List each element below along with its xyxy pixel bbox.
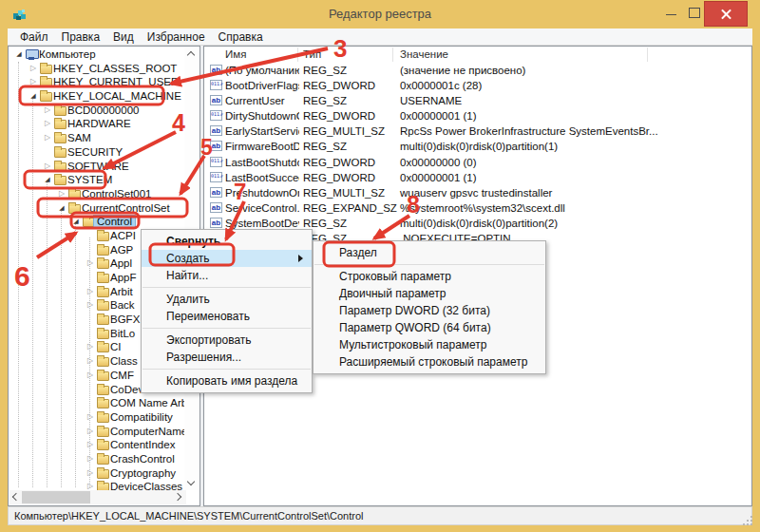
submenu-item[interactable]: Раздел	[314, 244, 545, 261]
tree-item[interactable]: ▷HARDWARE	[10, 117, 186, 131]
column-separator[interactable]	[647, 48, 648, 62]
column-header-name[interactable]: Имя	[225, 47, 246, 63]
submenu-item[interactable]: Двоичный параметр	[314, 285, 545, 302]
expander-collapsed-icon[interactable]: ▷	[42, 117, 53, 131]
tree-item[interactable]: ▷Compatibility	[10, 410, 186, 425]
column-separator[interactable]	[297, 48, 298, 62]
expander-collapsed-icon[interactable]: ▷	[85, 410, 96, 425]
tree-horizontal-scrollbar[interactable]	[10, 490, 186, 504]
submenu-item[interactable]: Строковый параметр	[314, 268, 545, 285]
expander-expanded-icon[interactable]: ◢	[28, 89, 39, 104]
scroll-down-icon[interactable]	[187, 478, 195, 485]
tree-item[interactable]: ▷BCD00000000	[10, 104, 186, 118]
value-data: 0x0000001c (28)	[400, 78, 482, 93]
registry-value-row[interactable]: EarlyStartServicesREG_MULTI_SZRpcSs Powe…	[204, 124, 751, 139]
expander-collapsed-icon[interactable]: ▷	[42, 104, 53, 118]
tree-item-label: HKEY_CLASSES_ROOT	[50, 62, 180, 76]
tree-item[interactable]: ◢Компьютер	[10, 48, 186, 62]
tree-item[interactable]: ▷ContentIndex	[10, 438, 186, 452]
expander-collapsed-icon[interactable]: ▷	[85, 369, 96, 383]
registry-value-row[interactable]: DirtyShutdownC...REG_DWORD0x00000001 (1)	[204, 108, 751, 124]
submenu-item[interactable]: Параметр DWORD (32 бита)	[314, 302, 545, 319]
scrollbar-thumb[interactable]	[22, 491, 90, 504]
column-header-value[interactable]: Значение	[400, 47, 448, 63]
expander-collapsed-icon[interactable]: ▷	[85, 256, 96, 271]
expander-collapsed-icon[interactable]: ▷	[56, 187, 67, 201]
tree-item-label: ComputerName	[107, 425, 186, 439]
menu-bar-item[interactable]: Избранное	[141, 28, 212, 46]
value-type: REG_EXPAND_SZ	[303, 200, 397, 216]
string-value-icon	[210, 202, 222, 213]
expander-expanded-icon[interactable]: ◢	[42, 173, 53, 187]
registry-value-row[interactable]: FirmwareBootD...REG_SZmulti(0)disk(0)rdi…	[204, 139, 751, 154]
tree-item[interactable]: ▷SAM	[10, 131, 186, 145]
tree-item[interactable]: ◢CurrentControlSet	[10, 201, 186, 216]
registry-value-row[interactable]: ServiceControl...REG_EXPAND_SZ%systemroo…	[204, 200, 751, 216]
close-button[interactable]	[704, 1, 748, 27]
expander-collapsed-icon[interactable]: ▷	[85, 438, 96, 452]
resize-grip-icon[interactable]	[747, 520, 749, 522]
tree-item-label: HARDWARE	[65, 117, 134, 131]
menu-bar-item[interactable]: Правка	[55, 28, 107, 46]
menu-bar-item[interactable]: Файл	[13, 28, 55, 46]
context-menu-item[interactable]: Найти...	[142, 267, 312, 284]
tree-item-label: Compatibility	[107, 410, 176, 425]
context-menu-item[interactable]: Переименовать	[142, 308, 312, 325]
context-menu-item[interactable]: Свернуть	[142, 233, 312, 250]
tree-item[interactable]: ▷DeviceClasses	[10, 480, 186, 490]
scroll-right-icon[interactable]	[174, 493, 181, 501]
tree-item[interactable]: ▷CrashControl	[10, 452, 186, 466]
column-separator[interactable]	[392, 48, 393, 62]
submenu-item[interactable]: Расширяемый строковый параметр	[314, 353, 545, 370]
scroll-up-icon[interactable]	[187, 51, 195, 59]
registry-value-row[interactable]: LastBootSuccee...REG_DWORD0x00000001 (1)	[204, 170, 751, 185]
tree-item[interactable]: ▷SOFTWARE	[10, 160, 186, 174]
tree-item[interactable]: SECURITY	[10, 145, 186, 160]
expander-collapsed-icon[interactable]: ▷	[85, 285, 96, 299]
tree-item[interactable]: ◢HKEY_LOCAL_MACHINE	[10, 89, 186, 104]
registry-value-row[interactable]: CurrentUserREG_SZUSERNAME	[204, 93, 751, 108]
expander-collapsed-icon[interactable]: ▷	[85, 425, 96, 439]
menu-bar-item[interactable]: Справка	[212, 28, 270, 46]
expander-expanded-icon[interactable]: ◢	[56, 201, 67, 216]
context-menu-item[interactable]: Удалить	[142, 291, 312, 308]
expander-collapsed-icon[interactable]: ▷	[42, 160, 53, 174]
expander-expanded-icon[interactable]: ◢	[13, 48, 25, 62]
minimize-button[interactable]	[661, 6, 682, 23]
tree-item[interactable]: ▷HKEY_CURRENT_USER	[10, 75, 186, 89]
expander-collapsed-icon[interactable]: ▷	[85, 452, 96, 466]
expander-collapsed-icon[interactable]: ▷	[42, 131, 53, 145]
submenu-item[interactable]: Мультистроковый параметр	[314, 336, 545, 353]
expander-collapsed-icon[interactable]: ▷	[85, 354, 96, 369]
registry-value-row[interactable]: LastBootShutdo...REG_DWORD0x00000000 (0)	[204, 155, 751, 170]
maximize-icon	[689, 8, 700, 18]
value-data: 0x00000001 (1)	[400, 170, 477, 185]
context-menu-item[interactable]: Создать	[142, 250, 312, 267]
expander-collapsed-icon[interactable]: ▷	[28, 75, 39, 89]
tree-item-label: CurrentControlSet	[79, 201, 173, 216]
tree-item[interactable]: ◢Control	[10, 215, 186, 229]
registry-value-row[interactable]: BootDriverFlagsREG_DWORD0x0000001c (28)	[204, 78, 751, 93]
registry-value-row[interactable]: (По умолчанию)REG_SZ(значение не присвое…	[204, 63, 751, 78]
column-header-type[interactable]: Тип	[303, 47, 321, 63]
tree-item[interactable]: COM Name Arbi	[10, 396, 186, 410]
context-menu-item[interactable]: Экспортировать	[142, 332, 312, 349]
scroll-left-icon[interactable]	[12, 493, 20, 501]
expander-collapsed-icon[interactable]: ▷	[85, 480, 96, 490]
submenu-item[interactable]: Параметр QWORD (64 бита)	[314, 319, 545, 336]
tree-item[interactable]: ◢SYSTEM	[10, 173, 186, 187]
expander-collapsed-icon[interactable]: ▷	[85, 298, 96, 313]
registry-value-row[interactable]: PreshutdownOr...REG_MULTI_SZwuauserv gps…	[204, 185, 751, 200]
expander-collapsed-icon[interactable]: ▷	[85, 466, 96, 481]
expander-collapsed-icon[interactable]: ▷	[85, 340, 96, 354]
tree-item[interactable]: ▷ControlSet001	[10, 187, 186, 201]
tree-item[interactable]: ▷ComputerName	[10, 425, 186, 439]
tree-item[interactable]: ▷Cryptography	[10, 466, 186, 481]
context-menu-item[interactable]: Разрешения...	[142, 349, 312, 366]
tree-item[interactable]: ▷HKEY_CLASSES_ROOT	[10, 62, 186, 76]
context-menu-item[interactable]: Копировать имя раздела	[142, 372, 312, 390]
expander-collapsed-icon[interactable]: ▷	[28, 62, 39, 76]
string-value-icon	[210, 95, 222, 105]
menu-bar-item[interactable]: Вид	[106, 28, 141, 46]
expander-expanded-icon[interactable]: ◢	[70, 215, 82, 229]
